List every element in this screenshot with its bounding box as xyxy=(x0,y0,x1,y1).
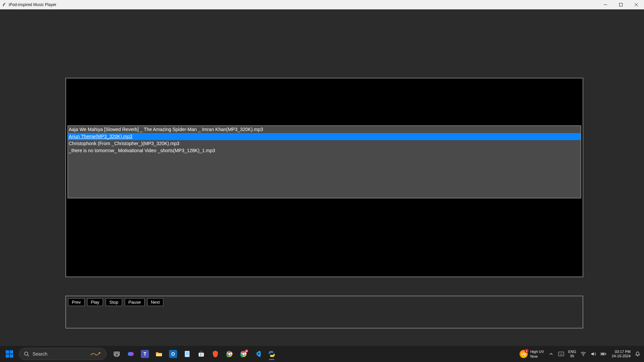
controls-frame: Prev Play Stop Pause Next xyxy=(65,296,583,328)
taskbar-weather[interactable]: UV High UV Now xyxy=(520,349,544,359)
tray-keyboard-icon[interactable] xyxy=(558,351,564,357)
store-icon xyxy=(197,350,205,358)
tray-volume-icon[interactable] xyxy=(590,351,596,357)
playlist-listbox[interactable]: Aaja We Mahiya [Slowed Reverb] _ The Ama… xyxy=(67,125,581,198)
svg-rect-34 xyxy=(605,353,606,355)
svg-rect-26 xyxy=(558,352,564,356)
controls-row: Prev Play Stop Pause Next xyxy=(68,298,581,306)
search-decoration-icon xyxy=(90,351,102,357)
tray-chevron-up-icon[interactable] xyxy=(548,351,554,357)
svg-rect-16 xyxy=(200,354,201,355)
taskbar-app-outlook[interactable]: O xyxy=(166,347,180,361)
svg-rect-18 xyxy=(200,355,201,356)
taskbar-app-vscode[interactable] xyxy=(251,347,264,361)
outlook-icon: O xyxy=(169,350,177,358)
taskbar: Search T O M UV High UV Now ENG IN xyxy=(0,346,644,362)
chrome-alt-icon: M xyxy=(239,350,248,358)
weather-line1: High UV xyxy=(530,349,544,354)
lang-line2: IN xyxy=(570,354,574,358)
system-tray: UV High UV Now ENG IN 03:17 PM 24-10-202… xyxy=(520,349,643,359)
uv-icon: UV xyxy=(520,350,528,358)
play-button[interactable]: Play xyxy=(87,298,103,306)
svg-rect-15 xyxy=(199,353,204,357)
svg-point-22 xyxy=(228,353,230,355)
taskbar-app-notepad[interactable] xyxy=(180,347,194,361)
taskbar-app-brave[interactable] xyxy=(209,347,222,361)
taskbar-app-teams[interactable]: T xyxy=(138,347,152,361)
vscode-icon xyxy=(254,350,262,358)
svg-rect-35 xyxy=(601,353,604,355)
playlist-item[interactable]: _there is no tomorrow_ Motivational Vide… xyxy=(68,147,581,154)
chrome-icon xyxy=(225,350,233,358)
close-button[interactable] xyxy=(629,0,644,9)
taskbar-app-store[interactable] xyxy=(195,347,208,361)
notepad-icon xyxy=(183,350,191,358)
start-button[interactable] xyxy=(1,347,17,361)
svg-point-25 xyxy=(243,353,245,355)
maximize-button[interactable] xyxy=(613,0,629,9)
playlist-item[interactable]: Christophonk (From _Christopher_)(MP3_32… xyxy=(68,140,581,147)
taskbar-apps: T O M xyxy=(110,347,278,361)
lang-line1: ENG xyxy=(568,350,576,354)
tray-notifications-icon[interactable] xyxy=(635,351,641,357)
brave-icon xyxy=(211,350,219,358)
taskbar-app-python[interactable] xyxy=(265,347,278,361)
folder-icon xyxy=(155,350,163,358)
client-area: Aaja We Mahiya [Slowed Reverb] _ The Ama… xyxy=(0,9,644,346)
taskbar-search[interactable]: Search xyxy=(19,348,107,360)
copilot-icon xyxy=(127,350,135,358)
svg-rect-1 xyxy=(620,3,623,6)
tray-battery-icon[interactable] xyxy=(600,351,606,357)
python-icon xyxy=(268,350,276,358)
taskbar-app-chrome-alt[interactable]: M xyxy=(237,347,250,361)
tray-wifi-icon[interactable] xyxy=(580,351,586,357)
svg-point-10 xyxy=(130,352,134,356)
prev-button[interactable]: Prev xyxy=(68,298,85,306)
screen-frame: Aaja We Mahiya [Slowed Reverb] _ The Ama… xyxy=(65,78,583,277)
pause-button[interactable]: Pause xyxy=(125,298,145,306)
tray-language[interactable]: ENG IN xyxy=(568,350,576,358)
window-title: iPod-inspired Music Player xyxy=(9,2,56,7)
playlist-item[interactable]: Arjun Theme(MP3_320K).mp3 xyxy=(68,133,581,140)
search-icon xyxy=(24,351,29,357)
taskbar-app-chrome[interactable] xyxy=(223,347,236,361)
taskbar-search-label: Search xyxy=(33,351,87,357)
minimize-button[interactable] xyxy=(598,0,613,9)
weather-line2: Now xyxy=(530,354,544,359)
titlebar: iPod-inspired Music Player xyxy=(0,0,644,9)
taskbar-app-taskview[interactable] xyxy=(110,347,123,361)
app-icon xyxy=(2,2,7,7)
svg-rect-17 xyxy=(202,354,203,355)
taskbar-app-copilot[interactable] xyxy=(124,347,138,361)
clock-time: 03:17 PM xyxy=(615,350,631,354)
teams-icon: T xyxy=(141,350,149,358)
svg-point-32 xyxy=(583,355,584,356)
svg-rect-11 xyxy=(185,351,190,357)
svg-point-4 xyxy=(24,352,28,355)
svg-line-5 xyxy=(28,355,29,356)
playlist-item[interactable]: Aaja We Mahiya [Slowed Reverb] _ The Ama… xyxy=(68,126,581,133)
svg-point-6 xyxy=(99,352,100,354)
taskview-icon xyxy=(113,350,121,358)
clock-date: 24-10-2024 xyxy=(612,354,631,358)
next-button[interactable]: Next xyxy=(147,298,164,306)
svg-rect-19 xyxy=(202,355,203,356)
screen-inner: Aaja We Mahiya [Slowed Reverb] _ The Ama… xyxy=(67,80,581,275)
stop-button[interactable]: Stop xyxy=(106,298,122,306)
tray-clock[interactable]: 03:17 PM 24-10-2024 xyxy=(612,350,631,358)
svg-rect-8 xyxy=(115,353,118,356)
taskbar-app-explorer[interactable] xyxy=(152,347,166,361)
windows-logo-icon xyxy=(6,350,13,358)
